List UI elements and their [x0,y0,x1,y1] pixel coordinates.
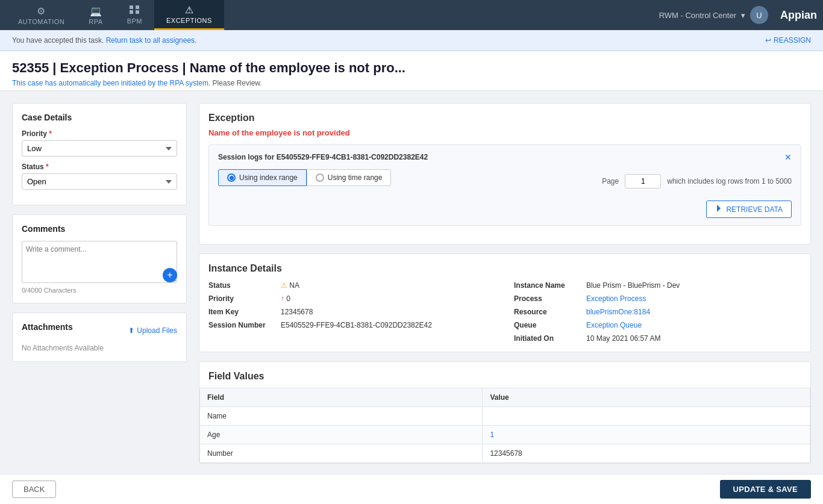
bottom-bar: BACK UPDATE & SAVE [0,474,823,476]
instance-details-title: Instance Details [208,263,801,274]
col-value: Value [483,388,810,407]
reassign-button[interactable]: ↩ REASSIGN [765,36,811,45]
avatar: U [750,6,768,24]
comments-title: Comments [22,224,177,234]
rpa-icon: 💻 [90,5,102,17]
reassign-icon: ↩ [765,36,771,45]
status-warning-icon: ⚠ [281,281,289,290]
field-number-cell: Number [200,444,483,463]
instance-detail-session-number: Session Number E5405529-FFE9-4CB1-8381-C… [208,321,496,329]
instance-detail-priority: Priority ↑ 0 [208,294,496,303]
value-age-cell[interactable]: 1 [483,426,810,444]
attachments-header: Attachments ⬆ Upload Files [22,322,177,339]
attachments-title: Attachments [22,322,73,332]
queue-link[interactable]: Exception Queue [586,321,642,329]
nav-right: RWM - Control Center ▾ U Appian [659,6,817,24]
exceptions-icon: ⚠ [185,4,194,16]
add-comment-button[interactable]: + [163,268,177,282]
instance-detail-instance-name: Instance Name Blue Prism - BluePrism - D… [514,281,801,290]
attachments-section: Attachments ⬆ Upload Files No Attachment… [12,313,187,362]
char-count: 0/4000 Characters [22,287,177,294]
priority-label: Priority * [22,129,177,138]
value-number-cell: 12345678 [483,444,810,463]
top-navigation: ⚙ AUTOMATION 💻 RPA BPM ⚠ EXCEPTIONS RWM … [0,0,823,30]
session-logs-box: Session logs for E5405529-FFE9-4CB1-8381… [208,145,801,226]
retrieve-icon [715,205,722,214]
status-label: Status * [22,163,177,171]
priority-arrow-icon: ↑ [281,294,286,303]
page-input[interactable] [625,174,661,188]
right-panel: Exception Name of the employee is not pr… [199,103,811,464]
nav-item-automation[interactable]: ⚙ AUTOMATION [6,0,77,30]
log-rows-text: which includes log rows from 1 to 5000 [667,177,792,185]
comments-section: Comments + 0/4000 Characters [12,214,187,303]
svg-rect-2 [136,5,139,9]
svg-rect-0 [130,5,133,9]
no-attachments-text: No Attachments Available [22,344,177,352]
priority-required: * [49,129,52,138]
instance-detail-process: Process Exception Process [514,294,801,303]
table-row: Number 12345678 [200,444,810,463]
case-details-section: Case Details Priority * Low Medium High … [12,103,187,205]
appian-logo: Appian [780,9,817,22]
nav-item-bpm[interactable]: BPM [115,0,154,30]
session-logs-title: Session logs for E5405529-FFE9-4CB1-8381… [218,153,428,161]
nav-item-exceptions[interactable]: ⚠ EXCEPTIONS [154,0,224,30]
radio-dot-time [316,173,324,182]
upload-icon: ⬆ [128,326,134,335]
retrieve-data-button[interactable]: RETRIEVE DATA [706,201,792,218]
value-name-cell [483,407,810,426]
instance-detail-queue: Queue Exception Queue [514,321,801,329]
table-row: Name [200,407,810,426]
status-select[interactable]: Open Closed Pending [22,173,177,190]
task-bar: You have accepted this task. Return task… [0,30,823,51]
process-link[interactable]: Exception Process [586,294,646,303]
user-info[interactable]: RWM - Control Center ▾ U [659,6,768,24]
exception-error: Name of the employee is not provided [208,128,801,137]
upload-files-button[interactable]: ⬆ Upload Files [128,326,177,335]
radio-index-range[interactable]: Using index range [218,169,307,186]
instance-detail-status: Status ⚠ NA [208,281,496,290]
page-title: 52355 | Exception Process | Name of the … [12,60,811,76]
status-required: * [46,163,49,171]
col-field: Field [200,388,483,407]
automation-icon: ⚙ [37,5,46,17]
dropdown-icon: ▾ [741,11,745,20]
instance-details-section: Instance Details Status ⚠ NA Instance Na… [199,254,811,352]
field-values-section: Field Values Field Value Name Age 1 [199,361,811,464]
exception-section: Exception Name of the employee is not pr… [199,103,811,244]
field-values-table: Field Value Name Age 1 Number 1 [199,388,810,463]
table-row: Age 1 [200,426,810,444]
main-content: Case Details Priority * Low Medium High … [0,91,823,476]
left-panel: Case Details Priority * Low Medium High … [12,103,187,464]
instance-detail-initiated: Initiated On 10 May 2021 06:57 AM [514,334,801,343]
close-session-logs-button[interactable]: ✕ [784,152,792,162]
nav-items: ⚙ AUTOMATION 💻 RPA BPM ⚠ EXCEPTIONS [6,0,659,30]
bpm-icon [130,5,139,16]
task-message: You have accepted this task. Return task… [12,36,196,45]
radio-time-range[interactable]: Using time range [307,169,392,186]
svg-rect-3 [136,10,139,14]
comments-textarea[interactable] [22,241,177,283]
instance-detail-item-key: Item Key 12345678 [208,308,496,316]
case-details-title: Case Details [22,113,177,122]
svg-rect-1 [130,10,133,14]
page-header: 52355 | Exception Process | Name of the … [0,51,823,91]
instance-detail-spacer [208,334,496,343]
instance-details-grid: Status ⚠ NA Instance Name Blue Prism - B… [208,281,801,343]
return-task-link[interactable]: Return task to all assignees. [106,36,197,45]
radio-dot-index [227,173,236,182]
svg-marker-4 [717,205,721,212]
please-review-link[interactable]: Please Review. [213,79,262,87]
nav-item-rpa[interactable]: 💻 RPA [77,0,114,30]
page-subtitle: This case has automatically been initiat… [12,79,811,87]
priority-select[interactable]: Low Medium High [22,140,177,157]
page-row: Page which includes log rows from 1 to 5… [602,174,792,188]
resource-link[interactable]: bluePrismOne:8184 [586,308,650,316]
instance-detail-resource: Resource bluePrismOne:8184 [514,308,801,316]
field-values-title: Field Values [199,362,810,388]
range-type-radio-group: Using index range Using time range [218,169,391,186]
field-age-cell: Age [200,426,483,444]
session-logs-header: Session logs for E5405529-FFE9-4CB1-8381… [218,152,792,162]
exception-title: Exception [208,113,801,123]
